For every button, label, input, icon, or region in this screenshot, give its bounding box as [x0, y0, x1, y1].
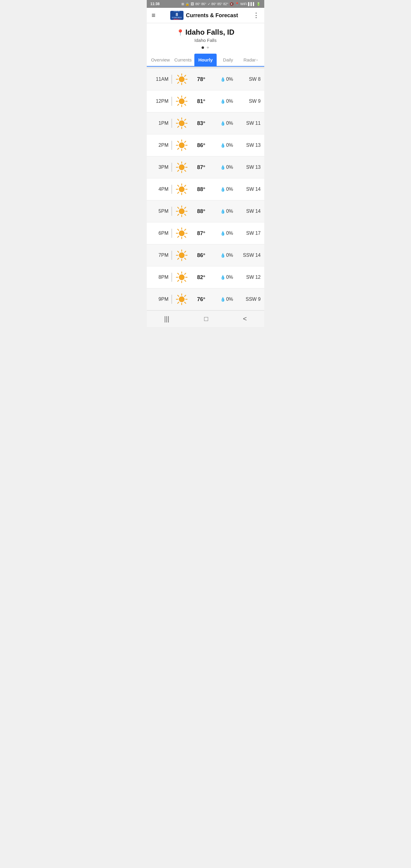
sun-icon [175, 183, 188, 196]
hourly-row[interactable]: 1PM 83° 💧0% SW 11 [147, 113, 264, 134]
hourly-row[interactable]: 11AM 78° 💧0% SW 8 [147, 68, 264, 90]
hour-wind: SSW 14 [240, 253, 261, 258]
svg-point-89 [179, 275, 184, 280]
hourly-row[interactable]: 5PM 88° 💧0% SW 14 [147, 200, 264, 222]
tab-radar[interactable]: Radar › [239, 54, 262, 66]
hour-divider [171, 141, 172, 150]
logo-eight: 8 [176, 12, 178, 17]
sun-icon [175, 271, 188, 284]
top-bar-center: LOCAL 8 EYEWITNESS NEWS 3 Currents & For… [170, 11, 238, 20]
svg-line-34 [178, 148, 179, 150]
svg-point-71 [179, 230, 184, 236]
svg-line-69 [185, 229, 186, 230]
hour-divider [171, 273, 172, 282]
hour-divider [171, 207, 172, 216]
hour-wind: SSW 9 [240, 297, 261, 302]
nav-back-button[interactable]: < [243, 315, 247, 323]
hourly-row[interactable]: 9PM 76° 💧0% SSW 9 [147, 288, 264, 310]
drop-icon: 💧 [220, 143, 225, 148]
hour-divider [171, 229, 172, 238]
tab-daily[interactable]: Daily [217, 54, 239, 66]
hour-temp: 88° [188, 186, 214, 193]
svg-line-16 [178, 104, 179, 105]
logo-badge: LOCAL 8 EYEWITNESS NEWS 3 [170, 11, 184, 20]
drop-icon: 💧 [220, 187, 225, 192]
svg-line-95 [185, 302, 186, 304]
drop-icon: 💧 [220, 231, 225, 236]
hour-temp: 88° [188, 208, 214, 215]
tab-overview[interactable]: Overview [149, 54, 172, 66]
hour-precip: 💧0% [214, 297, 240, 302]
hour-temp: 81° [188, 98, 214, 104]
hour-precip: 💧0% [214, 253, 240, 258]
hour-precip: 💧0% [214, 121, 240, 126]
svg-line-4 [178, 75, 179, 76]
nav-menu-button[interactable]: ||| [164, 315, 169, 323]
svg-line-41 [185, 170, 186, 172]
svg-line-87 [185, 273, 186, 275]
svg-point-26 [179, 121, 184, 126]
hour-temp: 82° [188, 274, 214, 281]
hour-wind: SW 17 [240, 230, 261, 236]
page-title: Currents & Forecast [186, 12, 238, 19]
svg-point-53 [179, 187, 184, 192]
status-mute: 🔇 [230, 2, 234, 6]
tab-currents[interactable]: Currents [172, 54, 194, 66]
svg-line-31 [178, 141, 179, 143]
hour-time: 7PM [150, 253, 168, 258]
svg-point-17 [179, 98, 184, 104]
hour-time: 8PM [150, 275, 168, 280]
svg-line-61 [178, 214, 179, 216]
status-location: 📍 [235, 2, 239, 6]
hour-time: 9PM [150, 297, 168, 302]
status-time: 11:38 [150, 2, 160, 6]
svg-line-15 [185, 97, 186, 98]
location-name[interactable]: 📍Idaho Falls, ID [147, 28, 264, 36]
svg-line-23 [185, 126, 186, 127]
status-bar: 11:38 ⊞ 🔒 🖼 86° 86° ✓ 86° 85° 82° 🔇 📍 Wi… [147, 0, 264, 8]
hourly-row[interactable]: 12PM 81° 💧0% SW 9 [147, 90, 264, 113]
svg-line-7 [178, 82, 179, 84]
svg-line-67 [178, 229, 179, 230]
hour-wind: SW 14 [240, 209, 261, 214]
hour-time: 11AM [150, 76, 168, 82]
hour-time: 4PM [150, 187, 168, 192]
hourly-row[interactable]: 2PM 86° 💧0% SW 13 [147, 134, 264, 156]
drop-icon: 💧 [220, 297, 225, 302]
hourly-row[interactable]: 6PM 87° 💧0% SW 17 [147, 222, 264, 244]
hourly-row[interactable]: 4PM 88° 💧0% SW 14 [147, 179, 264, 200]
hourly-row[interactable]: 3PM 87° 💧0% SW 13 [147, 156, 264, 179]
hour-precip: 💧0% [214, 143, 240, 148]
svg-line-24 [185, 119, 186, 121]
sun-icon [175, 293, 188, 306]
add-location-button[interactable]: + [207, 45, 209, 50]
tab-hourly[interactable]: Hourly [194, 54, 217, 66]
hourly-list: 11AM 78° 💧0% SW 8 12PM [147, 68, 264, 310]
svg-line-76 [178, 251, 179, 253]
hour-precip: 💧0% [214, 187, 240, 192]
location-sub: Idaho Falls [147, 38, 264, 43]
svg-line-42 [185, 163, 186, 164]
more-options-icon[interactable]: ⋮ [253, 11, 259, 19]
status-icons: ⊞ 🔒 🖼 86° 86° ✓ 86° 85° 82° 🔇 📍 WiFi ▌▌▌… [181, 2, 261, 6]
hour-wind: SW 13 [240, 143, 261, 148]
bottom-nav: ||| □ < [147, 310, 264, 327]
svg-line-43 [178, 170, 179, 172]
nav-home-button[interactable]: □ [204, 315, 208, 323]
hour-time: 1PM [150, 121, 168, 126]
menu-icon[interactable]: ≡ [152, 11, 156, 19]
hour-time: 6PM [150, 230, 168, 236]
hour-divider [171, 251, 172, 260]
hourly-row[interactable]: 8PM 82° 💧0% SW 12 [147, 267, 264, 288]
drop-icon: 💧 [220, 165, 225, 170]
hourly-row[interactable]: 7PM 86° 💧0% SSW 14 [147, 244, 264, 267]
svg-line-14 [185, 104, 186, 105]
svg-line-5 [185, 82, 186, 84]
svg-line-51 [185, 185, 186, 187]
hour-wind: SW 13 [240, 164, 261, 170]
svg-line-59 [185, 214, 186, 216]
sun-icon [175, 161, 188, 174]
svg-line-97 [178, 302, 179, 304]
hour-precip: 💧0% [214, 275, 240, 280]
hour-time: 12PM [150, 98, 168, 104]
